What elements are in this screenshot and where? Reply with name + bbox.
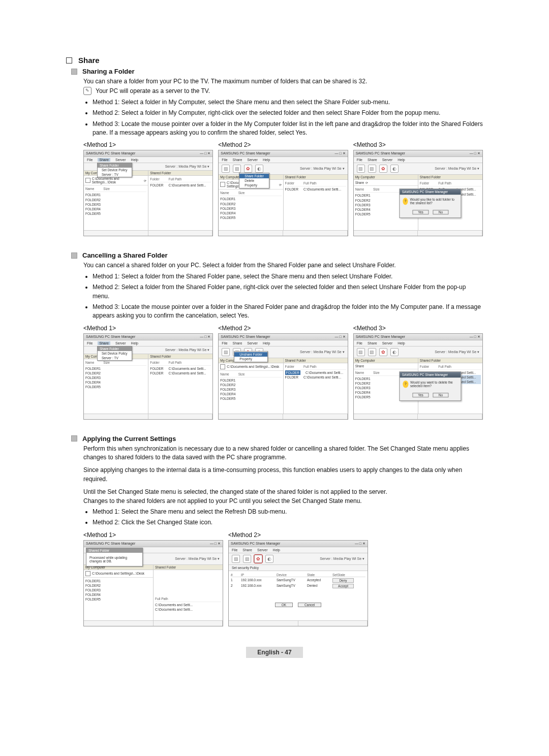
server-label[interactable]: Server : Media Play Wi Se ▾ (165, 348, 210, 352)
menu-help[interactable]: Help (273, 548, 280, 552)
menu-file[interactable]: File (87, 158, 93, 162)
list-item[interactable]: FOLDER4 (220, 392, 281, 396)
policy-icon[interactable]: ◐ (390, 348, 399, 356)
menu-server[interactable]: Server (257, 548, 268, 552)
share-icon[interactable]: ▧ (357, 165, 365, 173)
set-changed-state-icon[interactable]: ✿ (244, 165, 252, 173)
share-dropdown[interactable]: Share Folder Set Device Policy Server : … (97, 163, 132, 177)
list-item[interactable]: FOLDER5 (220, 215, 281, 220)
menu-share[interactable]: Share (233, 158, 242, 162)
list-item[interactable]: FOLDER2 (85, 583, 151, 588)
shared-item[interactable]: FOLDER (150, 183, 163, 187)
menu-file[interactable]: File (222, 158, 227, 162)
menu-server[interactable]: Server (115, 158, 126, 162)
menu-share[interactable]: Share (233, 341, 242, 345)
policy-icon[interactable]: ◐ (390, 165, 399, 173)
set-changed-state-icon[interactable]: ✿ (254, 555, 262, 563)
list-item[interactable]: FOLDER1 (85, 366, 146, 371)
list-item[interactable]: FOLDER1 (220, 197, 281, 201)
menu-server[interactable]: Server (115, 341, 126, 345)
yes-button[interactable]: Yes (412, 210, 429, 214)
server-tv-item[interactable]: Server : TV (98, 356, 132, 360)
list-item[interactable]: FOLDER4 (220, 211, 281, 215)
yes-button[interactable]: Yes (412, 393, 429, 398)
unshare-icon[interactable]: ▨ (233, 165, 241, 173)
server-label[interactable]: Server : Media Play Wi Se ▾ (175, 557, 220, 561)
shared-item-selected[interactable]: FOLDER (285, 370, 300, 375)
menu-share[interactable]: Share (368, 341, 377, 345)
share-icon[interactable]: ▧ (222, 348, 230, 356)
list-item[interactable]: FOLDER2 (85, 198, 146, 202)
ctx-share-folder[interactable]: Share Folder (239, 175, 269, 178)
server-label[interactable]: Server : Media Play Wi Se ▾ (165, 165, 210, 169)
menu-help[interactable]: Help (131, 341, 138, 345)
menu-help[interactable]: Help (131, 158, 138, 162)
list-item[interactable]: FOLDER1 (85, 193, 146, 197)
set-changed-state-icon[interactable]: ✿ (379, 165, 387, 173)
server-tv-item[interactable]: Server : TV (98, 172, 132, 177)
close-icon[interactable]: — □ ✕ (200, 151, 210, 155)
list-item[interactable]: FOLDER5 (85, 385, 146, 389)
menu-help[interactable]: Help (398, 158, 405, 162)
shared-item[interactable]: FOLDER (150, 371, 163, 375)
table-row[interactable]: 1 192.168.0.xxx SamSungTV Accepted Deny (231, 578, 365, 583)
menu-file[interactable]: File (232, 548, 237, 552)
menu-file[interactable]: File (222, 341, 227, 345)
menu-server[interactable]: Server (247, 341, 258, 345)
list-item[interactable]: FOLDER2 (220, 202, 281, 206)
table-row[interactable]: 2 192.168.0.xxx SamSungTV Denied Accept (231, 584, 365, 588)
list-item[interactable]: FOLDER5 (85, 211, 146, 216)
deny-button[interactable]: Deny (332, 578, 354, 583)
accept-button[interactable]: Accept (332, 584, 354, 588)
menu-file[interactable]: File (357, 158, 362, 162)
server-label[interactable]: Server : Media Play Wi Se ▾ (300, 350, 345, 354)
list-item[interactable]: FOLDER4 (85, 592, 151, 597)
list-item[interactable]: FOLDER2 (220, 383, 281, 387)
list-item[interactable]: FOLDER5 (220, 396, 281, 401)
shared-item[interactable]: FOLDER (150, 366, 163, 371)
shared-item[interactable]: FOLDER (285, 187, 298, 192)
list-item[interactable]: FOLDER5 (85, 597, 151, 602)
menu-share[interactable]: Share (242, 548, 252, 552)
list-item[interactable]: FOLDER3 (220, 206, 281, 211)
menu-help[interactable]: Help (398, 341, 405, 345)
share-icon[interactable]: ▧ (232, 555, 240, 563)
refresh-icon[interactable]: ⟳ (365, 181, 368, 184)
menubar[interactable]: File Share Server Help (229, 547, 368, 553)
list-item[interactable]: FOLDER3 (220, 387, 281, 392)
share-folder-item[interactable]: Share Folder (98, 163, 132, 168)
policy-icon[interactable]: ◐ (265, 555, 273, 563)
menubar[interactable]: File Share Server Help (219, 340, 347, 346)
menu-file[interactable]: File (87, 341, 93, 345)
menu-help[interactable]: Help (263, 158, 270, 162)
confirm-unshare-dialog[interactable]: SAMSUNG PC Share Manager ?Would you want… (400, 372, 462, 401)
ctx-delete[interactable]: Delete (239, 178, 269, 183)
menu-file[interactable]: File (357, 341, 362, 345)
no-button[interactable]: No (433, 210, 448, 214)
menu-help[interactable]: Help (263, 341, 270, 345)
menu-share[interactable]: Share (98, 158, 110, 162)
ok-button[interactable]: OK (275, 603, 293, 607)
set-device-policy-item[interactable]: Set Device Policy (98, 168, 132, 172)
list-item[interactable]: FOLDER4 (85, 207, 146, 211)
menu-share[interactable]: Share (368, 158, 377, 162)
list-item[interactable]: FOLDER4 (85, 380, 146, 385)
confirm-share-dialog[interactable]: SAMSUNG PC Share Manager ?Would you like… (400, 188, 462, 218)
server-label[interactable]: Server : Media Play Wi Se ▾ (300, 167, 345, 171)
close-icon[interactable]: — □ ✕ (335, 335, 346, 339)
share-icon[interactable]: ▧ (222, 165, 230, 173)
close-icon[interactable]: — □ ✕ (210, 542, 221, 546)
menubar[interactable]: File Share Server Help (219, 157, 347, 163)
share-folder-item[interactable]: Share Folder (98, 346, 132, 351)
close-icon[interactable]: — □ ✕ (470, 151, 480, 155)
list-item[interactable]: FOLDER3 (85, 588, 151, 592)
refresh-icon[interactable]: ⟳ (144, 179, 146, 182)
share-icon[interactable]: ▧ (357, 348, 365, 356)
ctx-property[interactable]: Property (239, 183, 269, 187)
close-icon[interactable]: — □ ✕ (200, 335, 210, 339)
menu-share[interactable]: Share (98, 341, 110, 345)
unshare-icon[interactable]: ▨ (368, 165, 376, 173)
list-item[interactable]: FOLDER1 (85, 579, 151, 583)
close-icon[interactable]: — □ ✕ (470, 335, 480, 339)
cancel-button[interactable]: Cancel (298, 603, 321, 607)
